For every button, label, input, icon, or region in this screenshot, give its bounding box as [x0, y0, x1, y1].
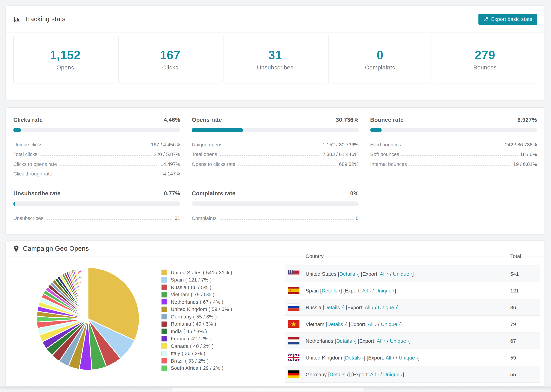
progress-bar-fill	[192, 128, 243, 132]
export-unique-link[interactable]: Unique ›	[375, 287, 395, 293]
legend-swatch	[161, 314, 167, 320]
geo-row-text: United Kingdom [Details ›] [Export: All …	[306, 355, 419, 360]
progress-bar	[192, 128, 359, 132]
legend-label: Spain ( 121 / 7% )	[171, 277, 212, 283]
rate-row-label: Complaints	[192, 215, 217, 221]
rate-row: Opens to clicks rate689.82%	[192, 157, 359, 167]
rate-row-value: 242 / 86.738%	[505, 142, 537, 147]
details-link[interactable]: Details ›	[339, 271, 358, 277]
rate-row-label: Clicks to opens rate	[13, 161, 57, 167]
legend-item-brazil: Brazil ( 33 / 2% )	[161, 357, 232, 364]
legend-swatch	[161, 307, 167, 312]
geo-opens-pie-chart[interactable]	[36, 267, 140, 371]
campaign-geo-opens-card: Campaign Geo Opens United States ( 541 /…	[6, 240, 545, 386]
export-all-link[interactable]: All ›	[365, 304, 374, 310]
details-link[interactable]: Details ›	[324, 304, 343, 310]
export-all-link[interactable]: All ›	[380, 271, 389, 277]
geo-row-total: 67	[510, 338, 516, 343]
dotted-leader	[40, 155, 151, 156]
export-unique-link[interactable]: Unique ›	[378, 304, 397, 310]
export-unique-link[interactable]: Unique ›	[393, 271, 412, 277]
legend-swatch	[161, 343, 167, 349]
horizontal-scrollbar-thumb[interactable]	[171, 388, 365, 391]
tracking-stats-header: Tracking stats Export basic stats	[6, 6, 544, 33]
rate-panel-value: 4.46%	[164, 117, 180, 123]
dotted-leader	[45, 146, 148, 146]
dotted-leader	[55, 175, 161, 175]
geo-row-text: Russia [Details ›] [Export: All › / Uniq…	[306, 304, 399, 310]
tracking-stats-card: Tracking stats Export basic stats 1,152O…	[6, 6, 545, 100]
stat-value: 0	[377, 48, 383, 62]
legend-label: Netherlands ( 67 / 4% )	[171, 299, 223, 305]
legend-item-russia: Russia ( 86 / 5% )	[161, 284, 232, 291]
geo-table-header: Country Total	[285, 247, 540, 266]
rate-row: Complaints0	[192, 211, 359, 221]
rate-row: Unsubscribes31	[13, 211, 180, 221]
rate-row: Total clicks220 / 5.87%	[13, 147, 180, 157]
flag-nl-icon	[288, 337, 299, 344]
rate-rows: Unique opens1,152 / 30.736%Total opens2,…	[192, 138, 359, 167]
rate-panel-value: 0.77%	[164, 190, 180, 197]
stat-box-complaints: 0Complaints	[328, 36, 432, 84]
stat-value: 31	[268, 48, 282, 62]
rate-panel-value: 0%	[350, 190, 359, 197]
legend-label: France ( 42 / 2% )	[171, 336, 212, 342]
export-all-link[interactable]: All ›	[362, 287, 371, 293]
details-link[interactable]: Details ›	[327, 321, 346, 327]
export-unique-link[interactable]: Unique ›	[390, 338, 409, 343]
rate-panel-head: Clicks rate4.46%	[13, 117, 180, 123]
legend-label: India ( 46 / 3% )	[171, 329, 207, 334]
rate-row-label: Click through rate	[13, 171, 52, 176]
flag-gb-icon	[288, 354, 299, 361]
stat-label: Opens	[57, 64, 74, 71]
details-link[interactable]: Details ›	[322, 287, 340, 293]
legend-item-romania: Romania ( 49 / 3% )	[161, 320, 232, 328]
dotted-leader	[238, 165, 337, 165]
details-link[interactable]: Details ›	[330, 371, 348, 377]
export-all-link[interactable]: All ›	[386, 355, 395, 360]
rate-row-label: Opens to clicks rate	[192, 161, 235, 167]
export-unique-link[interactable]: Unique ›	[383, 371, 403, 377]
stat-label: Unsubscribes	[257, 64, 293, 71]
export-unique-link[interactable]: Unique ›	[381, 321, 400, 327]
stat-box-unsubscribes: 31Unsubscribes	[223, 36, 327, 84]
details-link[interactable]: Details ›	[336, 338, 355, 343]
geo-table: Country Total United States [Details ›] …	[285, 247, 540, 383]
geo-table-row-united-states: United States [Details ›] [Export: All ›…	[285, 266, 540, 282]
legend-label: Romania ( 49 / 3% )	[171, 321, 216, 327]
rate-row-value: 689.82%	[339, 161, 359, 167]
legend-item-canada: Canada ( 40 / 2% )	[161, 343, 232, 350]
export-basic-stats-button[interactable]: Export basic stats	[479, 14, 537, 25]
progress-bar	[13, 202, 180, 206]
geo-row-total: 86	[510, 304, 516, 310]
rate-row-label: Internal bounces	[370, 161, 407, 167]
export-all-link[interactable]: All ›	[377, 338, 386, 343]
page-title: Tracking stats	[24, 15, 65, 23]
rate-rows: Unique clicks167 / 4.456%Total clicks220…	[13, 138, 180, 176]
dotted-leader	[225, 146, 320, 146]
rate-panel-head: Opens rate30.736%	[192, 117, 359, 123]
legend-label: United States ( 541 / 31% )	[171, 270, 232, 275]
country-column-header: Country	[306, 253, 324, 259]
legend-label: Canada ( 40 / 2% )	[171, 343, 214, 349]
rate-row: Click through rate4.147%	[13, 167, 180, 176]
export-unique-link[interactable]: Unique ›	[399, 355, 418, 360]
rate-row-label: Hard bounces	[370, 142, 401, 147]
rate-panel-bounce-rate: Bounce rate6.927%Hard bounces242 / 86.73…	[370, 117, 537, 176]
export-all-link[interactable]: All ›	[368, 321, 377, 327]
details-link[interactable]: Details ›	[345, 355, 364, 360]
legend-swatch	[161, 270, 167, 275]
geo-row-text: Vietnam [Details ›] [Export: All › / Uni…	[306, 321, 402, 327]
export-all-link[interactable]: All ›	[370, 371, 379, 377]
export-icon	[483, 17, 488, 22]
rate-row-value: 14.497%	[161, 161, 180, 167]
legend-swatch	[161, 358, 167, 364]
geo-row-text: Netherlands [Details ›] [Export: All › /…	[306, 338, 411, 343]
rate-row-label: Unsubscribes	[13, 215, 43, 221]
legend-item-united-kingdom: United Kingdom ( 59 / 3% )	[161, 306, 232, 313]
legend-item-netherlands: Netherlands ( 67 / 4% )	[161, 298, 232, 306]
progress-bar	[13, 128, 180, 132]
rate-row-value: 4.147%	[163, 171, 180, 176]
legend-item-germany: Germany ( 55 / 3% )	[161, 313, 232, 320]
progress-bar-fill	[13, 202, 15, 206]
